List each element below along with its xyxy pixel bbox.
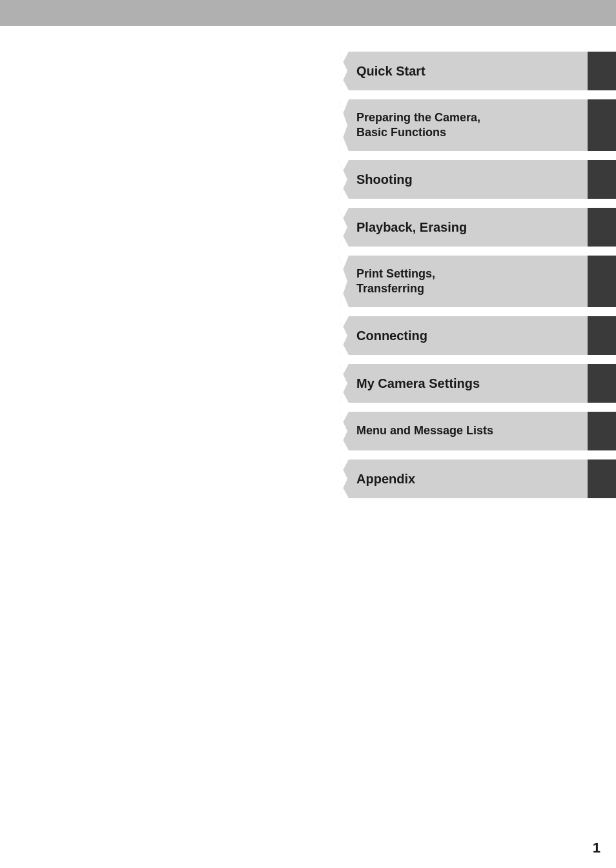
toc-item-preparing-camera[interactable]: Preparing the Camera,Basic Functions (338, 99, 616, 151)
toc-color-menu-message-lists (588, 412, 616, 450)
top-bar (0, 0, 616, 26)
toc-label-appendix: Appendix (356, 470, 415, 487)
toc-item-appendix[interactable]: Appendix (338, 459, 616, 498)
toc-color-quick-start (588, 52, 616, 90)
toc-color-appendix (588, 459, 616, 498)
toc-label-my-camera-settings: My Camera Settings (356, 375, 480, 392)
toc-label-menu-message-lists: Menu and Message Lists (356, 423, 493, 438)
toc-item-playback-erasing[interactable]: Playback, Erasing (338, 208, 616, 247)
toc-label-connecting: Connecting (356, 327, 427, 344)
toc-item-my-camera-settings[interactable]: My Camera Settings (338, 364, 616, 403)
toc-label-shooting: Shooting (356, 171, 413, 188)
toc-item-print-settings[interactable]: Print Settings,Transferring (338, 256, 616, 307)
toc-item-connecting[interactable]: Connecting (338, 316, 616, 355)
toc-color-playback-erasing (588, 208, 616, 247)
toc-color-shooting (588, 160, 616, 199)
page-content: Quick StartPreparing the Camera,Basic Fu… (0, 26, 616, 868)
left-area (0, 26, 338, 868)
page-number: 1 (593, 840, 601, 856)
toc-color-connecting (588, 316, 616, 355)
toc-item-menu-message-lists[interactable]: Menu and Message Lists (338, 412, 616, 450)
toc-item-shooting[interactable]: Shooting (338, 160, 616, 199)
toc-list: Quick StartPreparing the Camera,Basic Fu… (338, 26, 616, 868)
toc-label-quick-start: Quick Start (356, 63, 426, 79)
toc-label-playback-erasing: Playback, Erasing (356, 219, 467, 236)
toc-color-my-camera-settings (588, 364, 616, 403)
toc-item-quick-start[interactable]: Quick Start (338, 52, 616, 90)
toc-color-preparing-camera (588, 99, 616, 151)
toc-label-preparing-camera: Preparing the Camera,Basic Functions (356, 110, 480, 141)
toc-label-print-settings: Print Settings,Transferring (356, 267, 435, 297)
toc-color-print-settings (588, 256, 616, 307)
